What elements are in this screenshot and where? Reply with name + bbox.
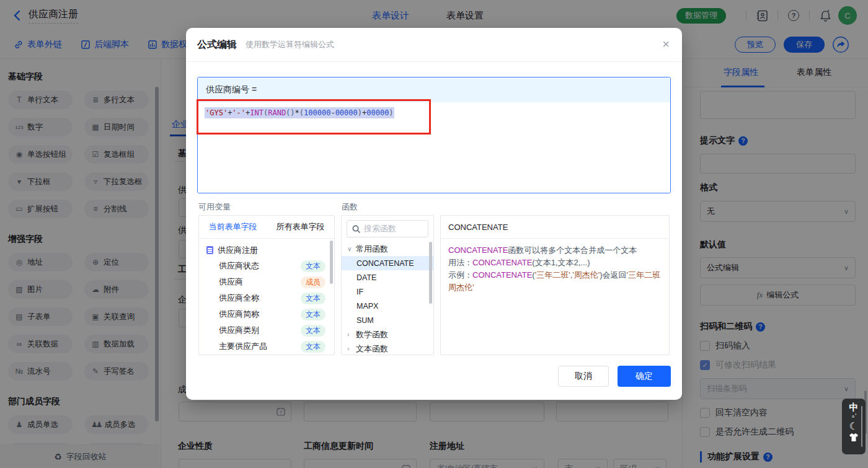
variables-scrollbar[interactable] xyxy=(330,241,333,284)
function-detail-panel: CONCATENATE CONCATENATE函数可以将多个文本合并成一个文本 … xyxy=(440,215,670,355)
form-document-icon xyxy=(206,246,213,254)
variable-type-badge: 文本 xyxy=(301,293,326,304)
ime-chinese-mode[interactable]: 中 xyxy=(849,402,859,412)
variable-name: 供应商全称 xyxy=(219,293,259,304)
function-search-box[interactable]: 搜索函数 xyxy=(347,220,428,237)
cancel-button[interactable]: 取消 xyxy=(558,366,609,387)
variable-type-badge: 成员 xyxy=(301,276,326,288)
modal-footer: 取消 确定 xyxy=(558,366,671,387)
detail-token: CONCATENATE xyxy=(448,245,508,255)
function-item[interactable]: SUM xyxy=(342,313,433,327)
function-item[interactable]: CONCATENATE xyxy=(342,256,433,270)
variable-type-badge: 文本 xyxy=(301,260,326,272)
detail-token: 会返回 xyxy=(603,270,627,280)
function-group-label: 文本函数 xyxy=(356,343,388,355)
modal-subtitle: 使用数学运算符编辑公式 xyxy=(246,39,334,50)
function-group-collapsed[interactable]: ›文本函数 xyxy=(342,342,433,355)
variable-name: 供应商类别 xyxy=(219,325,259,336)
search-placeholder: 搜索函数 xyxy=(364,223,396,234)
variable-name: 供应商状态 xyxy=(219,260,259,272)
function-detail-title: CONCATENATE xyxy=(441,216,669,239)
search-icon xyxy=(352,225,360,233)
variable-type-badge: 文本 xyxy=(301,325,326,337)
chevron-right-icon: › xyxy=(347,345,352,352)
variable-type-badge: 文本 xyxy=(301,341,326,353)
function-group-expanded[interactable]: ∨常用函数 xyxy=(342,242,433,256)
chevron-right-icon: › xyxy=(347,331,352,338)
variable-name: 主要供应产品 xyxy=(219,341,267,352)
detail-token: '三年二班' xyxy=(535,270,570,280)
variables-rows: 供应商状态文本供应商成员供应商全称文本供应商简称文本供应商类别文本主要供应产品文… xyxy=(199,258,334,355)
variable-name: 供应商简称 xyxy=(219,309,259,320)
functions-tree: ∨常用函数CONCATENATEDATEIFMAPXSUM›数学函数›文本函数 xyxy=(342,242,433,355)
annotation-highlight-box xyxy=(197,99,431,135)
detail-token: 示例： xyxy=(448,270,472,280)
variable-row[interactable]: 主要供应产品文本 xyxy=(199,338,334,355)
formula-editor[interactable]: 供应商编号 = 'GYS'+'-'+INT(RAND()*(100000-000… xyxy=(197,77,671,193)
functions-label: 函数 xyxy=(342,201,358,213)
variable-row[interactable]: 供应商全称文本 xyxy=(199,290,334,306)
tab-current-form-fields[interactable]: 当前表单字段 xyxy=(199,216,267,238)
variables-label: 可用变量 xyxy=(198,201,231,213)
function-detail-body: CONCATENATE函数可以将多个文本合并成一个文本 用法：CONCATENA… xyxy=(441,239,669,299)
function-group-label: 常用函数 xyxy=(356,244,388,255)
ime-status-widget[interactable]: 中 ∘' ☾ xyxy=(842,399,866,454)
variable-row[interactable]: 供应商简称文本 xyxy=(199,306,334,322)
confirm-button[interactable]: 确定 xyxy=(618,366,671,387)
function-item[interactable]: MAPX xyxy=(342,299,433,313)
variable-type-badge: 文本 xyxy=(301,309,326,320)
ime-punctuation-icon[interactable]: ∘' xyxy=(851,413,856,420)
ime-expand-handle[interactable] xyxy=(861,406,862,447)
close-icon[interactable]: × xyxy=(662,38,670,50)
variables-panel: 当前表单字段 所有表单字段 供应商注册 供应商状态文本供应商成员供应商全称文本供… xyxy=(198,215,335,355)
variable-row[interactable]: 供应商成员 xyxy=(199,274,334,290)
formula-target: 供应商编号 = xyxy=(198,77,670,102)
variables-tabs: 当前表单字段 所有表单字段 xyxy=(199,216,334,239)
modal-header: 公式编辑 使用数学运算符编辑公式 × xyxy=(186,28,682,62)
detail-token: '周杰伦' xyxy=(572,270,600,280)
function-description: CONCATENATE函数可以将多个文本合并成一个文本 xyxy=(448,244,662,257)
variable-row[interactable]: 供应商类别文本 xyxy=(199,322,334,338)
function-example: 示例：CONCATENATE('三年二班','周杰伦')会返回'三年二班周杰伦' xyxy=(448,269,662,294)
function-group-label: 数学函数 xyxy=(356,329,388,340)
detail-token: CONCATENATE xyxy=(472,270,532,280)
functions-scrollbar[interactable] xyxy=(429,242,432,304)
function-group-collapsed[interactable]: ›数学函数 xyxy=(342,327,433,342)
functions-panel: 搜索函数 ∨常用函数CONCATENATEDATEIFMAPXSUM›数学函数›… xyxy=(341,215,434,355)
variable-name: 供应商 xyxy=(219,276,243,288)
detail-token: 用法： xyxy=(448,258,472,267)
ime-skin-shirt-icon[interactable] xyxy=(849,433,859,444)
detail-token: CONCATENATE xyxy=(472,258,532,267)
ime-fullwidth-moon-icon[interactable]: ☾ xyxy=(849,421,858,432)
variables-root-node[interactable]: 供应商注册 xyxy=(199,242,334,258)
chevron-down-icon: ∨ xyxy=(347,245,352,252)
detail-token: 函数可以将多个文本合并成一个文本 xyxy=(508,245,637,255)
function-item[interactable]: IF xyxy=(342,285,433,299)
function-item[interactable]: DATE xyxy=(342,270,433,285)
formula-edit-modal: 公式编辑 使用数学运算符编辑公式 × 供应商编号 = 'GYS'+'-'+INT… xyxy=(186,28,682,400)
modal-title: 公式编辑 xyxy=(197,38,237,51)
function-usage: 用法：CONCATENATE(文本1,文本2,...) xyxy=(448,257,662,269)
detail-token: (文本1,文本2,...) xyxy=(532,258,590,267)
root-form-name: 供应商注册 xyxy=(218,245,258,256)
variable-row[interactable]: 供应商状态文本 xyxy=(199,258,334,274)
tab-all-form-fields[interactable]: 所有表单字段 xyxy=(267,216,334,238)
app-root: 供应商注册 表单设计 表单设置 数据管理 ? C 表单外链后端脚本数据权限 预览… xyxy=(0,0,868,468)
